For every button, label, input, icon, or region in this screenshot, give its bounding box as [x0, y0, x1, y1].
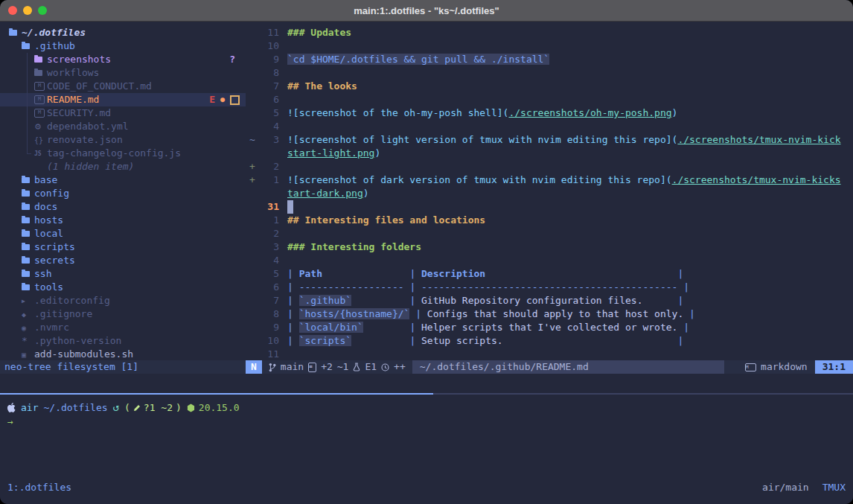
prompt-input-line[interactable]: → — [7, 415, 853, 429]
tree-item-label: scripts — [34, 240, 75, 254]
git-branch-icon — [269, 363, 276, 372]
editor-line[interactable]: +1![screenshot of dark version of tmux w… — [246, 173, 853, 187]
tree-item-label: .nvmrc — [34, 321, 69, 334]
editor-line[interactable]: 6| ------------------ | ----------------… — [246, 281, 853, 294]
tmux-badge: TMUX — [822, 480, 846, 494]
editor-line[interactable]: 4 — [246, 254, 853, 267]
tree-item[interactable]: secrets — [0, 254, 246, 267]
tree-item[interactable]: renovate.json — [0, 133, 246, 147]
tree-item[interactable]: .gitignore — [0, 307, 246, 321]
tree-item[interactable]: (1 hidden item) — [0, 160, 246, 173]
git-sync-icon: ↺ — [113, 401, 119, 415]
syntax-span: | — [409, 308, 426, 319]
tree-item[interactable]: config — [0, 187, 246, 200]
syntax-span: | — [409, 322, 421, 333]
tree-item[interactable]: ~/.dotfiles — [0, 26, 246, 39]
tree-item[interactable]: hosts — [0, 214, 246, 227]
file-status-markers: E● — [209, 93, 240, 106]
tree-item[interactable]: SECURITY.md — [0, 106, 246, 120]
tree-item-label: screenshots — [47, 53, 111, 66]
folder-icon — [34, 70, 47, 76]
md-icon — [34, 95, 47, 104]
tree-item[interactable]: README.mdE● — [0, 93, 246, 106]
tree-item[interactable]: .github — [0, 39, 246, 53]
gutter-sign — [246, 53, 260, 66]
js-icon — [34, 146, 47, 161]
indent-indicator: ++ — [394, 360, 406, 374]
tree-item[interactable]: .editorconfig — [0, 294, 246, 307]
markdown-icon — [745, 363, 756, 371]
editor-line[interactable]: 5![screenshot of the oh-my-posh shell](.… — [246, 106, 853, 120]
diff-changed: ~1 — [337, 360, 349, 374]
star-icon — [22, 334, 34, 348]
apple-icon — [7, 403, 16, 412]
line-text: | ------------------ | -----------------… — [287, 281, 689, 294]
editor-line[interactable]: 7## The looks — [246, 80, 853, 93]
tree-item[interactable]: base — [0, 173, 246, 187]
syntax-span: Helper scripts that I've collected or wr… — [421, 322, 677, 333]
editor-line[interactable]: 8 — [246, 66, 853, 80]
diagnostic-error-badge: E — [209, 93, 215, 106]
file-tree: ~/.dotfiles.githubscreenshots?workflowsC… — [0, 22, 246, 360]
tree-item[interactable]: .nvmrc — [0, 321, 246, 334]
gutter-sign: + — [246, 173, 260, 187]
editor-line[interactable]: ~3![screenshot of light version of tmux … — [246, 133, 853, 147]
tree-item-label: renovate.json — [47, 133, 123, 147]
editor-line[interactable]: 9`cd $HOME/.dotfiles && git pull && ./in… — [246, 53, 853, 66]
prompt-cwd: ~/.dotfiles — [43, 401, 107, 415]
shell-pane[interactable]: air ~/.dotfiles ↺ (?1 ~2) 20.15.0 → 1:.d… — [0, 395, 853, 504]
tree-item-label: .editorconfig — [34, 294, 110, 307]
line-text: | `scripts` | Setup scripts. | — [287, 334, 683, 348]
line-text: | `.github` | GitHub Repository configur… — [287, 294, 683, 307]
syntax-span: Setup scripts. — [421, 335, 503, 346]
editor-line[interactable]: 8| `hosts/{hostname}/` | Configs that sh… — [246, 307, 853, 321]
tree-item[interactable]: docs — [0, 200, 246, 214]
node-icon — [187, 403, 195, 412]
syntax-span: ### Updates — [287, 27, 351, 38]
line-number: 6 — [260, 281, 279, 294]
tree-item[interactable]: tools — [0, 281, 246, 294]
tree-item[interactable]: dependabot.yml — [0, 120, 246, 133]
syntax-span: Path — [299, 268, 322, 279]
gutter-sign — [246, 93, 260, 106]
syntax-span: `hosts/{hostname}/` — [299, 308, 410, 319]
editor-line[interactable]: 11### Updates — [246, 26, 853, 39]
syntax-span: | — [409, 281, 421, 293]
tree-item[interactable]: workflows — [0, 66, 246, 80]
editor-line[interactable]: 1## Interesting files and locations — [246, 214, 853, 227]
file-path: ~/.dotfiles/.github/README.md — [412, 360, 724, 374]
md-icon — [34, 82, 47, 91]
editor-line[interactable]: tart-dark.png) — [246, 187, 853, 200]
editor-line[interactable]: 6 — [246, 93, 853, 106]
tree-item[interactable]: add-submodules.sh — [0, 348, 246, 360]
tree-item[interactable]: local — [0, 227, 246, 240]
cmdline-area — [0, 374, 853, 393]
line-number: 1 — [260, 214, 279, 227]
editor-line[interactable]: 9| `local/bin` | Helper scripts that I'v… — [246, 321, 853, 334]
editor-line[interactable]: 31 — [246, 200, 853, 214]
editor-line[interactable]: 2 — [246, 227, 853, 240]
tree-item[interactable]: ssh — [0, 267, 246, 281]
editor-line[interactable]: 7| `.github` | GitHub Repository configu… — [246, 294, 853, 307]
editor-line[interactable]: 3### Interesting folders — [246, 240, 853, 254]
editor-line[interactable]: 10| `scripts` | Setup scripts. | — [246, 334, 853, 348]
tree-item[interactable]: CODE_OF_CONDUCT.md — [0, 80, 246, 93]
syntax-span: | — [683, 308, 695, 319]
tree-item[interactable]: tag-changelog-config.js — [0, 147, 246, 160]
tree-item[interactable]: screenshots? — [0, 53, 246, 66]
editor-line[interactable]: 11 — [246, 348, 853, 360]
syntax-span: | — [677, 281, 689, 293]
folder-icon — [9, 30, 22, 36]
editor-buffer[interactable]: 11### Updates 10 9`cd $HOME/.dotfiles &&… — [246, 22, 853, 360]
editor-line[interactable]: 5| Path | Description | — [246, 267, 853, 281]
tree-item[interactable]: .python-version — [0, 334, 246, 348]
editor-line[interactable]: 10 — [246, 39, 853, 53]
syntax-span: ) — [363, 188, 369, 199]
tree-item[interactable]: scripts — [0, 240, 246, 254]
editor-line[interactable]: 4 — [246, 120, 853, 133]
editor-line[interactable]: +2 — [246, 160, 853, 173]
cursor-block — [287, 200, 293, 214]
tmux-window-tab[interactable]: 1:.dotfiles — [7, 480, 71, 494]
editor-line[interactable]: start-light.png) — [246, 147, 853, 160]
git-paren-open: ( — [124, 401, 130, 415]
